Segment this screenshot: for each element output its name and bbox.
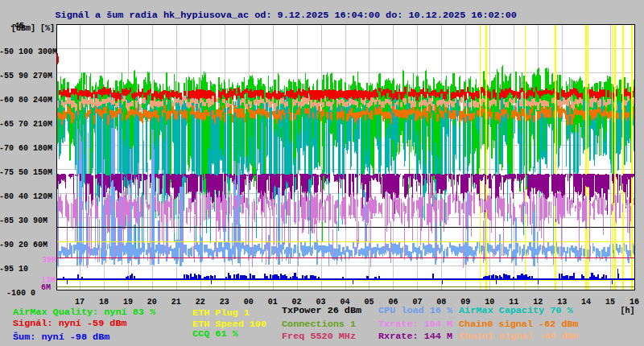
svg-text:19: 19 — [123, 298, 133, 307]
svg-text:Chain0 signal -62 dBm: Chain0 signal -62 dBm — [459, 319, 579, 330]
svg-text:39M: 39M — [42, 256, 56, 265]
svg-text:Rxrate: 144 M: Rxrate: 144 M — [378, 331, 452, 342]
svg-text:-100 0: -100 0 — [6, 289, 35, 298]
svg-text:Signál a šum radia hk_hypiusov: Signál a šum radia hk_hypiusova_ac od: 9… — [56, 10, 517, 21]
svg-text:15: 15 — [605, 298, 615, 307]
svg-text:Chain1 signal -60 dBm: Chain1 signal -60 dBm — [459, 331, 579, 342]
svg-text:-65 70 210M: -65 70 210M — [0, 120, 52, 129]
svg-text:21: 21 — [171, 298, 181, 307]
svg-text:14: 14 — [581, 298, 591, 307]
svg-text:ETH Plug 1: ETH Plug 1 — [192, 307, 250, 319]
svg-text:-90 20 60M: -90 20 60M — [0, 241, 47, 249]
svg-text:-95 10: -95 10 — [0, 265, 28, 274]
svg-text:20: 20 — [147, 298, 157, 307]
svg-text:AirMax Quality: nyní 83 %: AirMax Quality: nyní 83 % — [13, 307, 156, 318]
svg-text:-50 100 300M: -50 100 300M — [0, 47, 57, 56]
svg-text:TxPower 26 dBm: TxPower 26 dBm — [282, 305, 361, 316]
svg-text:00: 00 — [244, 298, 254, 307]
svg-text:CPU load 16 %: CPU load 16 % — [378, 305, 453, 316]
svg-text:Šum: nyní -98 dBm: Šum: nyní -98 dBm — [13, 332, 109, 343]
svg-text:AirMax Capacity 70 %: AirMax Capacity 70 % — [459, 305, 574, 316]
svg-text:17: 17 — [75, 298, 85, 307]
svg-text:Txrate: 104 M: Txrate: 104 M — [378, 319, 452, 330]
svg-text:-80 40 120M: -80 40 120M — [0, 192, 52, 201]
svg-text:-70 60 180M: -70 60 180M — [0, 144, 52, 153]
svg-text:[h]: [h] — [621, 307, 635, 315]
svg-text:16: 16 — [630, 298, 639, 307]
svg-text:Signál: nyní -59 dBm: Signál: nyní -59 dBm — [13, 318, 127, 329]
svg-text:18: 18 — [99, 298, 109, 307]
svg-text:CCQ 61 %: CCQ 61 % — [192, 328, 239, 340]
svg-text:22: 22 — [196, 298, 205, 307]
svg-text:05: 05 — [364, 298, 374, 307]
svg-text:Connections 1: Connections 1 — [282, 319, 356, 330]
svg-text:-60 80 240M: -60 80 240M — [0, 96, 52, 105]
svg-text:[dBm] [%]: [dBm] [%] — [11, 24, 55, 33]
svg-text:Freq 5520 MHz: Freq 5520 MHz — [282, 331, 356, 342]
svg-text:23: 23 — [220, 298, 229, 307]
svg-text:-85 30 90M: -85 30 90M — [0, 216, 47, 225]
svg-text:6M: 6M — [41, 283, 51, 292]
svg-text:-75 50 150M: -75 50 150M — [0, 168, 52, 177]
svg-text:-55 90 270M: -55 90 270M — [0, 72, 52, 80]
svg-text:01: 01 — [268, 298, 278, 307]
